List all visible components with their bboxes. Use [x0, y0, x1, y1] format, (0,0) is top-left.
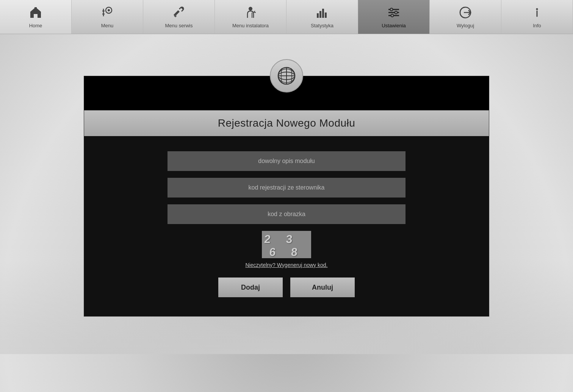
globe-icon	[277, 66, 296, 86]
nav-item-info[interactable]: Info	[501, 0, 573, 34]
nav-item-menu-instalatora[interactable]: Menu instalatora	[215, 0, 286, 34]
modal-title: Rejestracja Nowego Modułu	[92, 117, 481, 129]
svg-point-18	[390, 8, 393, 11]
info-icon	[530, 6, 544, 21]
nav-item-ustawienia[interactable]: Ustawienia	[358, 0, 430, 34]
svg-rect-14	[325, 13, 327, 18]
captcha-area: Nieczytelny? Wygeneruj nowy kod.	[168, 231, 405, 268]
svg-rect-12	[319, 11, 321, 18]
modal-card: Rejestracja Nowego Modułu Nieczytelny? W…	[84, 76, 489, 317]
description-input[interactable]	[168, 151, 405, 171]
globe-badge	[270, 59, 303, 93]
nav-label-info: Info	[533, 23, 541, 28]
card-title-band: Rejestracja Nowego Modułu	[84, 110, 489, 136]
cancel-button[interactable]: Anuluj	[290, 278, 355, 297]
nav-label-home: Home	[29, 23, 42, 28]
svg-rect-0	[34, 7, 37, 10]
nav-item-statystyka[interactable]: Statystyka	[286, 0, 358, 34]
registration-code-input[interactable]	[168, 178, 405, 198]
buttons-row: Dodaj Anuluj	[168, 278, 405, 297]
nav-label-wyloguj: Wyloguj	[457, 23, 474, 28]
card-body: Nieczytelny? Wygeneruj nowy kod. Dodaj A…	[84, 136, 489, 316]
nav-label-menu-serwis: Menu serwis	[165, 23, 193, 28]
svg-point-24	[536, 8, 538, 10]
captcha-image	[262, 231, 311, 258]
menu-icon	[100, 6, 114, 21]
tools-icon	[172, 6, 186, 21]
nav-item-home[interactable]: Home	[0, 0, 72, 34]
svg-point-20	[391, 14, 394, 17]
regenerate-captcha-button[interactable]: Nieczytelny? Wygeneruj nowy kod.	[246, 262, 328, 268]
svg-rect-13	[322, 9, 324, 18]
nav-label-statystyka: Statystyka	[311, 23, 333, 28]
nav-label-menu-instalatora: Menu instalatora	[232, 23, 269, 28]
nav-label-menu: Menu	[101, 23, 114, 28]
installer-icon	[244, 6, 257, 21]
svg-point-7	[249, 7, 252, 11]
nav-item-menu[interactable]: Menu	[72, 0, 143, 34]
nav-item-wyloguj[interactable]: Wyloguj	[430, 0, 501, 34]
captcha-code-input[interactable]	[168, 204, 405, 224]
svg-rect-11	[317, 13, 319, 18]
home-icon	[29, 6, 42, 21]
logout-icon	[459, 6, 472, 21]
stats-icon	[315, 6, 329, 21]
nav-label-ustawienia: Ustawienia	[382, 23, 406, 28]
settings-icon	[387, 6, 401, 21]
main-content: Rejestracja Nowego Modułu Nieczytelny? W…	[0, 34, 573, 317]
navbar: Home Menu Menu serwis	[0, 0, 573, 34]
svg-point-19	[395, 11, 398, 14]
add-button[interactable]: Dodaj	[218, 278, 283, 297]
svg-point-2	[108, 9, 110, 11]
nav-item-menu-serwis[interactable]: Menu serwis	[143, 0, 215, 34]
